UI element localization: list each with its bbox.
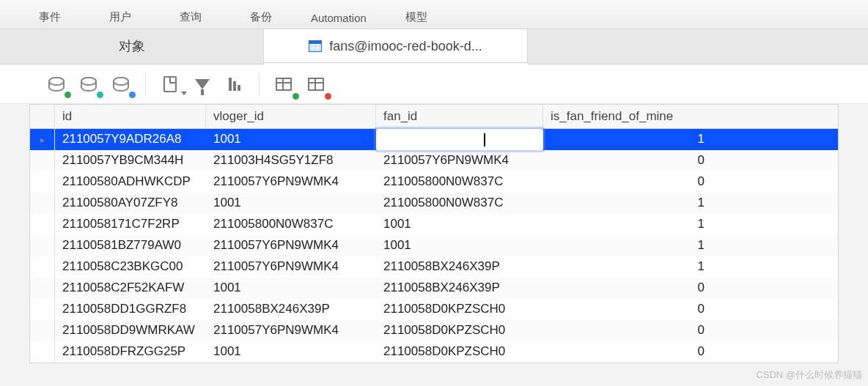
cell-vloger-id[interactable]: 1001 — [206, 129, 376, 150]
row-marker[interactable] — [30, 214, 55, 235]
cell-fan-id[interactable]: 2110058BX246X39P — [376, 278, 543, 299]
row-marker[interactable] — [30, 278, 55, 299]
toolbar-automation[interactable]: Automation — [311, 12, 367, 24]
filter-button[interactable] — [190, 72, 215, 97]
cell-vloger-id[interactable]: 1001 — [206, 193, 376, 214]
row-marker[interactable]: ▸ — [30, 129, 55, 150]
cell-id[interactable]: 2110058DFRZGG25P — [55, 341, 206, 363]
data-grid: id vloger_id fan_id is_fan_friend_of_min… — [29, 104, 839, 363]
row-marker[interactable] — [30, 341, 55, 363]
cell-id[interactable]: 21100581BZ779AW0 — [55, 235, 206, 256]
cell-fan-id[interactable]: 2110057Y6PN9WMK4 — [376, 129, 543, 150]
table-row[interactable]: 2110058DFRZGG25P10012110058D0KPZSCH00 — [30, 341, 838, 363]
run-query-button[interactable] — [44, 72, 69, 97]
row-marker[interactable] — [30, 320, 55, 341]
cell-vloger-id[interactable]: 2110057Y6PN9WMK4 — [206, 320, 376, 341]
tab-fans-table[interactable]: fans@imooc-red-book-d... — [264, 29, 528, 64]
table-row[interactable]: 2110058171C7F2RP211005800N0W837C10011 — [30, 214, 838, 235]
cell-vloger-id[interactable]: 2110057Y6PN9WMK4 — [206, 235, 376, 256]
table-row[interactable]: 21100580ADHWKCDP2110057Y6PN9WMK421100580… — [30, 171, 838, 193]
row-gutter-header[interactable] — [30, 105, 55, 128]
cell-is-fan-friend-of-mine[interactable]: 1 — [543, 193, 712, 214]
cell-fan-id[interactable]: 2110058D0KPZSCH0 — [376, 320, 543, 341]
column-header-vloger-id[interactable]: vloger_id — [206, 105, 376, 128]
cell-id[interactable]: 2110057Y9ADR26A8 — [55, 129, 206, 150]
import-table-button[interactable] — [271, 72, 296, 97]
commit-button[interactable] — [76, 72, 101, 97]
table-row[interactable]: 2110058DD1GGRZF82110058BX246X39P2110058D… — [30, 299, 838, 320]
cell-fan-id[interactable]: 211005800N0W837C — [376, 193, 543, 214]
cell-is-fan-friend-of-mine[interactable]: 0 — [543, 171, 712, 193]
cell-is-fan-friend-of-mine[interactable]: 0 — [543, 341, 712, 363]
cell-is-fan-friend-of-mine[interactable]: 1 — [543, 256, 712, 278]
table-row[interactable]: 2110058DD9WMRKAW2110057Y6PN9WMK42110058D… — [30, 320, 838, 341]
cell-fan-id[interactable]: 2110058D0KPZSCH0 — [376, 341, 543, 363]
cell-fan-id[interactable]: 1001 — [376, 214, 543, 235]
cell-id[interactable]: 2110058DD1GGRZF8 — [55, 299, 206, 320]
chevron-down-icon — [181, 92, 187, 95]
cell-is-fan-friend-of-mine[interactable]: 1 — [543, 214, 712, 235]
cell-id[interactable]: 2110058C23BKGC00 — [55, 256, 206, 278]
row-marker[interactable] — [30, 235, 55, 256]
tab-objects-label: 对象 — [119, 37, 145, 55]
toolbar-backup[interactable]: 备份 — [240, 10, 282, 24]
export-table-button[interactable] — [304, 72, 328, 97]
cell-id[interactable]: 21100580AY07ZFY8 — [55, 193, 206, 214]
database-icon — [113, 77, 129, 92]
table-row[interactable]: 21100581BZ779AW02110057Y6PN9WMK410011 — [30, 235, 838, 256]
cell-vloger-id[interactable]: 2110057Y6PN9WMK4 — [206, 171, 376, 193]
row-marker[interactable] — [30, 299, 55, 320]
refresh-button[interactable] — [108, 72, 133, 97]
cell-id[interactable]: 21100580ADHWKCDP — [55, 171, 206, 193]
cell-is-fan-friend-of-mine[interactable]: 1 — [543, 129, 712, 150]
row-marker[interactable] — [30, 256, 55, 278]
table-row[interactable]: ▸2110057Y9ADR26A810012110057Y6PN9WMK41 — [30, 129, 838, 150]
table-icon — [276, 78, 292, 91]
row-marker[interactable] — [30, 193, 55, 214]
column-header-id[interactable]: id — [55, 105, 206, 128]
sort-button[interactable] — [222, 72, 247, 97]
cell-is-fan-friend-of-mine[interactable]: 0 — [543, 320, 712, 341]
cell-vloger-id[interactable]: 2110057Y6PN9WMK4 — [206, 256, 376, 278]
toolbar-model[interactable]: 模型 — [396, 10, 437, 24]
table-row[interactable]: 2110058C23BKGC002110057Y6PN9WMK42110058B… — [30, 256, 838, 278]
cell-is-fan-friend-of-mine[interactable]: 0 — [543, 278, 712, 299]
table-row[interactable]: 2110057YB9CM344H211003H4SG5Y1ZF82110057Y… — [30, 150, 838, 171]
cell-fan-id[interactable]: 2110057Y6PN9WMK4 — [376, 150, 543, 171]
tab-objects[interactable]: 对象 — [0, 29, 264, 64]
watermark: CSDN @什么时候养猫猫 — [756, 368, 862, 382]
tab-fans-label: fans@imooc-red-book-d... — [329, 39, 482, 54]
cell-id[interactable]: 2110058171C7F2RP — [55, 214, 206, 235]
action-toolbar — [0, 64, 868, 104]
document-dropdown-button[interactable] — [158, 72, 183, 97]
cell-fan-id[interactable]: 1001 — [376, 235, 543, 256]
cell-fan-id[interactable]: 211005800N0W837C — [376, 171, 543, 193]
sort-icon — [229, 78, 240, 91]
cell-id[interactable]: 2110058DD9WMRKAW — [55, 320, 206, 341]
database-icon — [81, 77, 97, 92]
cell-vloger-id[interactable]: 211005800N0W837C — [206, 214, 376, 235]
cell-fan-id[interactable]: 2110058D0KPZSCH0 — [376, 299, 543, 320]
cell-id[interactable]: 2110058C2F52KAFW — [55, 278, 206, 299]
table-row[interactable]: 2110058C2F52KAFW10012110058BX246X39P0 — [30, 278, 838, 299]
toolbar-users[interactable]: 用户 — [100, 10, 141, 24]
toolbar-events[interactable]: 事件 — [29, 10, 70, 24]
text-caret — [484, 133, 485, 146]
row-marker[interactable] — [30, 171, 55, 193]
cell-is-fan-friend-of-mine[interactable]: 0 — [543, 150, 712, 171]
column-header-is-fan-friend[interactable]: is_fan_friend_of_mine — [543, 105, 712, 128]
cell-vloger-id[interactable]: 2110058BX246X39P — [206, 299, 376, 320]
cell-fan-id[interactable]: 2110058BX246X39P — [376, 256, 543, 278]
cell-is-fan-friend-of-mine[interactable]: 0 — [543, 299, 712, 320]
column-header-fan-id[interactable]: fan_id — [376, 105, 543, 128]
separator — [259, 73, 260, 95]
table-row[interactable]: 21100580AY07ZFY81001211005800N0W837C1 — [30, 193, 838, 214]
cell-is-fan-friend-of-mine[interactable]: 1 — [543, 235, 712, 256]
toolbar-query[interactable]: 查询 — [170, 10, 211, 24]
row-marker[interactable] — [30, 150, 55, 171]
cell-vloger-id[interactable]: 1001 — [206, 278, 376, 299]
cell-vloger-id[interactable]: 1001 — [206, 341, 376, 363]
cell-id[interactable]: 2110057YB9CM344H — [55, 150, 206, 171]
cell-vloger-id[interactable]: 211003H4SG5Y1ZF8 — [206, 150, 376, 171]
funnel-icon — [195, 79, 210, 89]
